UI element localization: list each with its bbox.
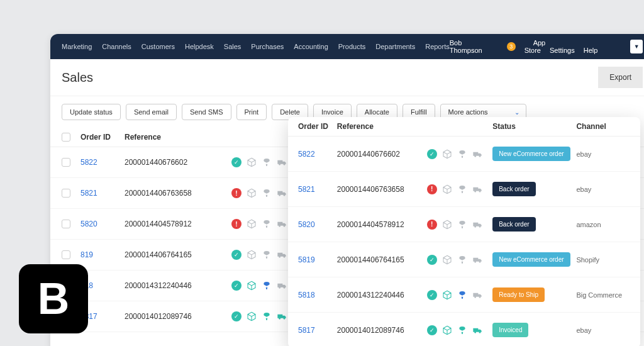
row-checkbox[interactable] — [62, 250, 70, 259]
notification-badge[interactable]: 3 — [507, 42, 516, 51]
truck-icon — [277, 219, 287, 229]
row-checkbox[interactable] — [62, 158, 70, 167]
usernav-help[interactable]: Help — [584, 47, 598, 54]
box-icon — [442, 220, 452, 230]
reference-value: 2000014404578912 — [125, 220, 192, 228]
nav-sales[interactable]: Sales — [224, 43, 242, 50]
channel-header[interactable]: Channel — [576, 122, 630, 131]
box-icon — [442, 184, 452, 194]
print-button[interactable]: Print — [236, 104, 267, 120]
order-id-link[interactable]: 5819 — [298, 255, 315, 264]
para-icon — [262, 311, 272, 321]
para-icon — [457, 149, 467, 159]
box-icon — [247, 188, 257, 198]
nav-channels[interactable]: Channels — [102, 43, 131, 50]
channel-value: Big Commerce — [576, 291, 622, 299]
status-panel: Order ID Reference Status Channel 582220… — [288, 117, 640, 346]
table-row: 58202000014404578912!Back orderamazon — [288, 207, 640, 242]
reference-value: 2000014312240446 — [125, 281, 192, 290]
nav-purchases[interactable]: Purchases — [251, 43, 284, 50]
channel-value: ebay — [576, 186, 591, 193]
reference-header[interactable]: Reference — [337, 122, 427, 131]
nav-marketing[interactable]: Marketing — [62, 43, 92, 50]
row-checkbox[interactable] — [62, 189, 70, 198]
para-icon — [262, 157, 272, 167]
reference-value: 200001440676602 — [125, 158, 187, 167]
box-icon — [442, 290, 452, 300]
page-title: Sales — [62, 70, 93, 85]
check-icon: ✓ — [231, 311, 242, 321]
usernav-settings[interactable]: Settings — [550, 47, 575, 54]
status-badge[interactable]: Ready to Ship — [492, 287, 545, 302]
nav-departments[interactable]: Departments — [375, 43, 415, 50]
nav-reports[interactable]: Reports — [425, 43, 450, 50]
user-name[interactable]: Bob Thompson — [450, 39, 496, 54]
update-status-button[interactable]: Update status — [62, 104, 121, 120]
box-icon — [247, 281, 257, 291]
order-id-link[interactable]: 5822 — [298, 150, 315, 159]
check-icon: ✓ — [231, 157, 242, 167]
order-id-header[interactable]: Order ID — [298, 122, 337, 131]
reference-value: 2000014012089746 — [337, 326, 404, 335]
order-id-link[interactable]: 819 — [80, 250, 93, 259]
chevron-down-icon[interactable]: ▼ — [630, 40, 643, 53]
para-icon — [262, 188, 272, 198]
order-id-link[interactable]: 5818 — [298, 291, 315, 299]
reference-value: 2000014406764165 — [125, 250, 192, 259]
send-email-button[interactable]: Send email — [126, 104, 177, 120]
truck-icon — [277, 311, 287, 321]
page-header: Sales Export — [50, 59, 644, 96]
para-icon — [457, 184, 467, 194]
para-icon — [262, 250, 272, 260]
send-sms-button[interactable]: Send SMS — [182, 104, 231, 120]
reference-value: 2000014406764165 — [337, 255, 404, 264]
user-area: Bob Thompson 3 App StoreSettingsHelp ▼ — [450, 39, 643, 54]
float-header: Order ID Reference Status Channel — [288, 117, 640, 137]
para-icon — [457, 325, 467, 335]
para-icon — [262, 219, 272, 229]
check-icon: ✓ — [427, 290, 437, 300]
nav-accounting[interactable]: Accounting — [294, 43, 328, 50]
usernav-app-store[interactable]: App Store — [525, 39, 546, 54]
box-icon — [442, 149, 452, 159]
truck-icon — [472, 184, 482, 194]
status-badge[interactable]: Invoiced — [492, 323, 528, 337]
status-badge[interactable]: New eCommerce order — [492, 252, 570, 267]
truck-icon — [277, 281, 287, 291]
reference-value: 2000014406763658 — [337, 185, 404, 194]
order-id-link[interactable]: 5820 — [298, 220, 315, 229]
nav-products[interactable]: Products — [338, 43, 365, 50]
status-badge[interactable]: Back order — [492, 217, 535, 232]
select-all-checkbox[interactable] — [62, 133, 70, 142]
truck-icon — [472, 255, 482, 265]
status-badge[interactable]: New eCommerce order — [492, 147, 570, 161]
brand-logo: B — [19, 264, 88, 333]
truck-icon — [472, 325, 482, 335]
alert-icon: ! — [231, 188, 242, 198]
row-checkbox[interactable] — [62, 220, 70, 228]
status-header[interactable]: Status — [492, 122, 576, 131]
reference-value: 2000014312240446 — [337, 291, 404, 299]
top-nav: MarketingChannelsCustomersHelpdeskSalesP… — [50, 34, 644, 59]
order-id-link[interactable]: 5822 — [80, 158, 97, 167]
truck-icon — [277, 250, 287, 260]
nav-helpdesk[interactable]: Helpdesk — [185, 43, 214, 50]
order-id-link[interactable]: 5817 — [298, 326, 315, 335]
order-id-link[interactable]: 5820 — [80, 220, 97, 228]
check-icon: ✓ — [231, 281, 242, 291]
check-icon: ✓ — [427, 149, 437, 159]
order-id-link[interactable]: 5821 — [298, 185, 315, 194]
table-row: 5822200001440676602✓New eCommerce ordere… — [288, 137, 640, 172]
nav-customers[interactable]: Customers — [142, 43, 175, 50]
status-badge[interactable]: Back order — [492, 182, 535, 196]
order-id-header[interactable]: Order ID — [80, 133, 125, 142]
export-button[interactable]: Export — [598, 67, 643, 88]
truck-icon — [472, 220, 482, 230]
reference-header[interactable]: Reference — [125, 133, 231, 142]
order-id-link[interactable]: 5821 — [80, 189, 97, 198]
para-icon — [262, 281, 272, 291]
box-icon — [247, 219, 257, 229]
channel-value: ebay — [576, 326, 591, 334]
alert-icon: ! — [427, 220, 437, 230]
box-icon — [442, 255, 452, 265]
